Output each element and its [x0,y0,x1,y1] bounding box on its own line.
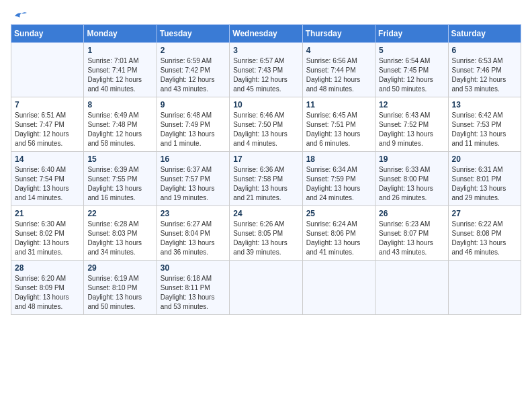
calendar-week-row: 1Sunrise: 7:01 AM Sunset: 7:41 PM Daylig… [11,43,521,97]
day-info: Sunrise: 6:42 AM Sunset: 7:53 PM Dayligh… [452,111,517,148]
day-number: 25 [306,209,371,218]
day-number: 14 [15,154,80,164]
calendar-day-cell: 1Sunrise: 7:01 AM Sunset: 7:41 PM Daylig… [84,43,157,97]
day-number: 7 [15,100,80,109]
day-info: Sunrise: 6:59 AM Sunset: 7:42 PM Dayligh… [161,56,226,94]
day-info: Sunrise: 6:27 AM Sunset: 8:04 PM Dayligh… [161,220,226,257]
calendar-day-cell: 2Sunrise: 6:59 AM Sunset: 7:42 PM Daylig… [157,43,229,97]
calendar-day-cell: 25Sunrise: 6:24 AM Sunset: 8:06 PM Dayli… [302,206,375,261]
day-number: 12 [379,100,444,109]
day-number: 11 [306,100,371,109]
calendar-day-cell [11,43,84,97]
calendar-week-row: 7Sunrise: 6:51 AM Sunset: 7:47 PM Daylig… [11,97,521,152]
day-info: Sunrise: 6:20 AM Sunset: 8:09 PM Dayligh… [15,274,80,312]
day-number: 16 [161,154,226,164]
calendar-day-cell: 28Sunrise: 6:20 AM Sunset: 8:09 PM Dayli… [11,261,84,315]
day-info: Sunrise: 6:18 AM Sunset: 8:11 PM Dayligh… [161,274,226,312]
weekday-header-cell: Sunday [11,25,84,43]
day-info: Sunrise: 6:54 AM Sunset: 7:45 PM Dayligh… [379,56,444,94]
day-info: Sunrise: 6:49 AM Sunset: 7:48 PM Dayligh… [87,111,152,148]
weekday-header-row: SundayMondayTuesdayWednesdayThursdayFrid… [11,25,521,43]
day-info: Sunrise: 6:40 AM Sunset: 7:54 PM Dayligh… [15,165,80,203]
day-number: 5 [379,46,444,55]
calendar-day-cell: 6Sunrise: 6:53 AM Sunset: 7:46 PM Daylig… [448,43,521,97]
day-info: Sunrise: 6:51 AM Sunset: 7:47 PM Dayligh… [15,111,80,148]
calendar-day-cell: 9Sunrise: 6:48 AM Sunset: 7:49 PM Daylig… [157,97,229,152]
calendar-day-cell: 8Sunrise: 6:49 AM Sunset: 7:48 PM Daylig… [84,97,157,152]
calendar-day-cell: 22Sunrise: 6:28 AM Sunset: 8:03 PM Dayli… [84,206,157,261]
calendar-day-cell [302,261,375,315]
calendar-day-cell: 30Sunrise: 6:18 AM Sunset: 8:11 PM Dayli… [157,261,229,315]
day-info: Sunrise: 6:45 AM Sunset: 7:51 PM Dayligh… [306,111,371,148]
calendar-day-cell: 5Sunrise: 6:54 AM Sunset: 7:45 PM Daylig… [375,43,448,97]
calendar-day-cell: 29Sunrise: 6:19 AM Sunset: 8:10 PM Dayli… [84,261,157,315]
day-info: Sunrise: 6:28 AM Sunset: 8:03 PM Dayligh… [87,220,152,257]
calendar-day-cell: 23Sunrise: 6:27 AM Sunset: 8:04 PM Dayli… [157,206,229,261]
day-info: Sunrise: 6:31 AM Sunset: 8:01 PM Dayligh… [452,165,517,203]
calendar-day-cell: 15Sunrise: 6:39 AM Sunset: 7:55 PM Dayli… [84,152,157,206]
day-number: 3 [233,46,298,55]
calendar-day-cell: 7Sunrise: 6:51 AM Sunset: 7:47 PM Daylig… [11,97,84,152]
day-info: Sunrise: 6:48 AM Sunset: 7:49 PM Dayligh… [161,111,226,148]
day-number: 10 [233,100,298,109]
day-number: 20 [452,154,517,164]
calendar-week-row: 28Sunrise: 6:20 AM Sunset: 8:09 PM Dayli… [11,261,521,315]
calendar-day-cell [448,261,521,315]
day-info: Sunrise: 6:26 AM Sunset: 8:05 PM Dayligh… [233,220,298,257]
day-info: Sunrise: 6:39 AM Sunset: 7:55 PM Dayligh… [87,165,152,203]
day-number: 2 [161,46,226,55]
day-number: 21 [15,209,80,218]
calendar-day-cell: 14Sunrise: 6:40 AM Sunset: 7:54 PM Dayli… [11,152,84,206]
calendar-day-cell: 17Sunrise: 6:36 AM Sunset: 7:58 PM Dayli… [230,152,302,206]
calendar-day-cell: 16Sunrise: 6:37 AM Sunset: 7:57 PM Dayli… [157,152,229,206]
calendar-day-cell: 12Sunrise: 6:43 AM Sunset: 7:52 PM Dayli… [375,97,448,152]
calendar-day-cell: 24Sunrise: 6:26 AM Sunset: 8:05 PM Dayli… [230,206,302,261]
day-number: 17 [233,154,298,164]
day-info: Sunrise: 6:37 AM Sunset: 7:57 PM Dayligh… [161,165,226,203]
day-info: Sunrise: 6:46 AM Sunset: 7:50 PM Dayligh… [233,111,298,148]
calendar-day-cell [375,261,448,315]
calendar-week-row: 14Sunrise: 6:40 AM Sunset: 7:54 PM Dayli… [11,152,521,206]
day-number: 6 [452,46,517,55]
weekday-header-cell: Tuesday [157,25,229,43]
calendar-day-cell: 11Sunrise: 6:45 AM Sunset: 7:51 PM Dayli… [302,97,375,152]
day-info: Sunrise: 6:33 AM Sunset: 8:00 PM Dayligh… [379,165,444,203]
day-info: Sunrise: 6:19 AM Sunset: 8:10 PM Dayligh… [87,274,152,312]
calendar-day-cell: 13Sunrise: 6:42 AM Sunset: 7:53 PM Dayli… [448,97,521,152]
day-number: 15 [87,154,152,164]
calendar-table: SundayMondayTuesdayWednesdayThursdayFrid… [11,24,521,315]
day-info: Sunrise: 6:57 AM Sunset: 7:43 PM Dayligh… [233,56,298,94]
day-number: 18 [306,154,371,164]
day-info: Sunrise: 6:22 AM Sunset: 8:08 PM Dayligh… [452,220,517,257]
header [11,11,521,19]
day-info: Sunrise: 7:01 AM Sunset: 7:41 PM Dayligh… [87,56,152,94]
weekday-header-cell: Monday [84,25,157,43]
calendar-week-row: 21Sunrise: 6:30 AM Sunset: 8:02 PM Dayli… [11,206,521,261]
calendar-day-cell: 20Sunrise: 6:31 AM Sunset: 8:01 PM Dayli… [448,152,521,206]
day-info: Sunrise: 6:56 AM Sunset: 7:44 PM Dayligh… [306,56,371,94]
day-number: 8 [87,100,152,109]
day-number: 1 [87,46,152,55]
calendar-day-cell: 18Sunrise: 6:34 AM Sunset: 7:59 PM Dayli… [302,152,375,206]
calendar-day-cell: 21Sunrise: 6:30 AM Sunset: 8:02 PM Dayli… [11,206,84,261]
day-number: 23 [161,209,226,218]
day-info: Sunrise: 6:24 AM Sunset: 8:06 PM Dayligh… [306,220,371,257]
day-number: 27 [452,209,517,218]
day-number: 19 [379,154,444,164]
day-number: 26 [379,209,444,218]
weekday-header-cell: Wednesday [230,25,302,43]
calendar-day-cell: 26Sunrise: 6:23 AM Sunset: 8:07 PM Dayli… [375,206,448,261]
day-number: 24 [233,209,298,218]
calendar-day-cell: 4Sunrise: 6:56 AM Sunset: 7:44 PM Daylig… [302,43,375,97]
weekday-header-cell: Friday [375,25,448,43]
day-number: 9 [161,100,226,109]
day-number: 29 [87,263,152,273]
logo-bird-icon [12,11,27,21]
day-info: Sunrise: 6:23 AM Sunset: 8:07 PM Dayligh… [379,220,444,257]
calendar-day-cell: 10Sunrise: 6:46 AM Sunset: 7:50 PM Dayli… [230,97,302,152]
calendar-day-cell [230,261,302,315]
calendar-day-cell: 3Sunrise: 6:57 AM Sunset: 7:43 PM Daylig… [230,43,302,97]
calendar-day-cell: 27Sunrise: 6:22 AM Sunset: 8:08 PM Dayli… [448,206,521,261]
day-number: 13 [452,100,517,109]
day-number: 28 [15,263,80,273]
